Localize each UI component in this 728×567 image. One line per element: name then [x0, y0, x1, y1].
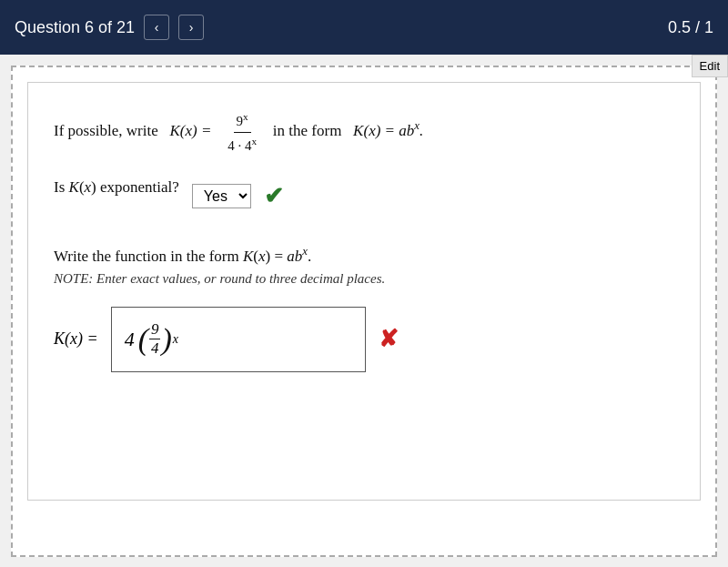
main-area: If possible, write K(x) = 9x 4 · 4x in t… — [0, 55, 728, 567]
kx-equals-label: K(x) = — [54, 329, 98, 349]
answer-row: K(x) = 4 ( 9 4 ) x ✘ — [54, 307, 674, 372]
answer-input-box[interactable]: 4 ( 9 4 ) x — [111, 307, 366, 372]
fraction-numerator: 9x — [234, 108, 251, 133]
prev-question-button[interactable]: ‹ — [144, 15, 169, 40]
dashed-container: If possible, write K(x) = 9x 4 · 4x in t… — [11, 66, 717, 557]
next-question-button[interactable]: › — [178, 15, 204, 40]
answer-exponent: x — [173, 332, 178, 347]
note-text: NOTE: Enter exact values, or round to th… — [54, 271, 674, 287]
answer-fraction: 9 4 — [149, 320, 161, 358]
header-left: Question 6 of 21 ‹ › — [15, 15, 204, 40]
question-card: If possible, write K(x) = 9x 4 · 4x in t… — [27, 82, 701, 501]
exponential-select[interactable]: Yes No — [192, 184, 251, 208]
score-display: 0.5 / 1 — [668, 18, 713, 37]
edit-button[interactable]: Edit — [692, 55, 728, 77]
write-function-prompt: Write the function in the form K(x) = ab… — [54, 245, 674, 266]
main-fraction: 9x 4 · 4x — [225, 108, 259, 157]
is-exponential-label: Is K(x) exponential? — [54, 175, 179, 199]
kx-function: K(x) = — [169, 122, 211, 139]
question-line1: If possible, write K(x) = 9x 4 · 4x in t… — [54, 108, 674, 157]
wrong-x-mark: ✘ — [379, 325, 399, 353]
open-paren: ( — [138, 324, 148, 355]
question-counter: Question 6 of 21 — [15, 18, 135, 37]
question-in-the-form: in the form — [273, 122, 342, 139]
answer-num: 9 — [149, 320, 161, 339]
answer-den: 4 — [149, 339, 161, 358]
header-bar: Question 6 of 21 ‹ › 0.5 / 1 — [0, 0, 728, 55]
question-prefix: If possible, write — [54, 122, 166, 139]
form-expression: K(x) = abx. — [353, 122, 423, 139]
fraction-denominator: 4 · 4x — [225, 133, 259, 157]
answer-coefficient: 4 — [125, 328, 135, 351]
answer-content: 4 ( 9 4 ) x — [125, 320, 178, 358]
close-paren: ) — [161, 324, 171, 355]
correct-checkmark: ✔ — [264, 182, 284, 210]
exponential-row: Is K(x) exponential? Yes No ✔ — [54, 175, 674, 218]
